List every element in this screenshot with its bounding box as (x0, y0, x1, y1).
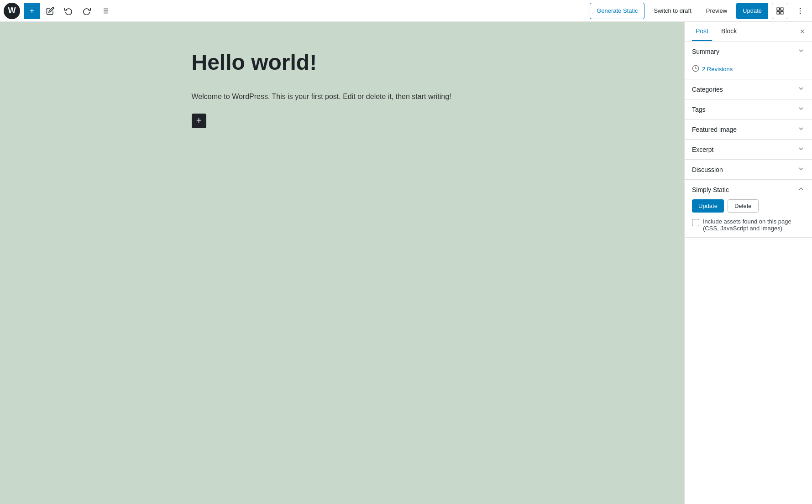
sidebar: Post Block × Summary 2 Revisions (684, 22, 812, 504)
svg-point-12 (800, 13, 801, 14)
panel-discussion: Discussion (685, 160, 812, 180)
edit-button[interactable] (42, 3, 58, 19)
svg-rect-9 (777, 11, 779, 14)
switch-to-draft-button[interactable]: Switch to draft (648, 3, 697, 19)
simply-static-delete-button[interactable]: Delete (728, 199, 759, 213)
panel-tags: Tags (685, 99, 812, 120)
generate-static-button[interactable]: Generate Static (590, 3, 644, 19)
post-body[interactable]: Welcome to WordPress. This is your first… (192, 90, 493, 103)
panel-summary: Summary 2 Revisions (685, 42, 812, 79)
svg-rect-6 (777, 8, 779, 10)
panel-featured-image-label: Featured image (692, 126, 737, 133)
sidebar-close-button[interactable]: × (800, 22, 805, 41)
panel-simply-static: Simply Static Update Delete Include asse… (685, 180, 812, 238)
preview-button[interactable]: Preview (701, 3, 733, 19)
simply-static-checkbox-label: Include assets found on this page (CSS, … (703, 218, 805, 232)
wp-logo[interactable]: W (4, 3, 20, 19)
add-block-button[interactable]: + (24, 3, 40, 19)
simply-static-checkbox-row: Include assets found on this page (CSS, … (692, 218, 805, 232)
toolbar: W + Generate Static Switch to draft Prev… (0, 0, 812, 22)
settings-button[interactable] (772, 3, 788, 19)
panel-tags-header[interactable]: Tags (685, 99, 812, 119)
undo-button[interactable] (60, 3, 77, 19)
revisions-label: 2 Revisions (702, 66, 733, 73)
chevron-down-icon-excerpt (797, 145, 805, 154)
list-view-button[interactable] (97, 3, 113, 19)
chevron-up-icon (797, 185, 805, 194)
svg-point-11 (800, 10, 801, 11)
revisions-row[interactable]: 2 Revisions (685, 61, 812, 79)
redo-button[interactable] (79, 3, 95, 19)
simply-static-content: Simply Static Update Delete Include asse… (685, 180, 812, 237)
panel-discussion-header[interactable]: Discussion (685, 160, 812, 179)
tab-post[interactable]: Post (692, 22, 712, 41)
simply-static-checkbox[interactable] (692, 219, 699, 226)
simply-static-update-button[interactable]: Update (692, 199, 724, 213)
tab-block[interactable]: Block (718, 22, 740, 41)
panel-featured-image: Featured image (685, 120, 812, 140)
chevron-down-icon-tags (797, 105, 805, 114)
panel-excerpt: Excerpt (685, 140, 812, 160)
simply-static-buttons: Update Delete (692, 199, 805, 213)
sidebar-tabs: Post Block × (685, 22, 812, 42)
panel-categories: Categories (685, 79, 812, 99)
toolbar-left: W + (4, 3, 588, 19)
simply-static-title: Simply Static (692, 186, 729, 193)
more-options-button[interactable] (792, 3, 808, 19)
panel-categories-label: Categories (692, 86, 723, 93)
panel-featured-image-header[interactable]: Featured image (685, 120, 812, 139)
panel-tags-label: Tags (692, 106, 706, 113)
svg-rect-8 (781, 11, 783, 14)
post-title[interactable]: Hello world! (192, 49, 493, 76)
simply-static-header[interactable]: Simply Static (692, 185, 805, 194)
chevron-down-icon-discussion (797, 165, 805, 174)
toolbar-right: Generate Static Switch to draft Preview … (590, 3, 808, 19)
chevron-down-icon-featured-image (797, 125, 805, 134)
svg-rect-7 (781, 8, 783, 10)
panel-summary-header[interactable]: Summary (685, 42, 812, 61)
panel-discussion-label: Discussion (692, 166, 723, 173)
chevron-down-icon (797, 47, 805, 56)
panel-excerpt-label: Excerpt (692, 146, 713, 153)
inline-add-block-button[interactable]: + (192, 114, 206, 128)
panel-excerpt-header[interactable]: Excerpt (685, 140, 812, 159)
update-button[interactable]: Update (736, 3, 768, 19)
chevron-down-icon-categories (797, 85, 805, 94)
svg-point-10 (800, 8, 801, 9)
panel-summary-label: Summary (692, 48, 719, 55)
revisions-icon (692, 65, 699, 73)
panel-categories-header[interactable]: Categories (685, 79, 812, 99)
main-area: Hello world! Welcome to WordPress. This … (0, 22, 812, 504)
editor-canvas[interactable]: Hello world! Welcome to WordPress. This … (0, 22, 684, 504)
editor-content: Hello world! Welcome to WordPress. This … (183, 40, 502, 486)
